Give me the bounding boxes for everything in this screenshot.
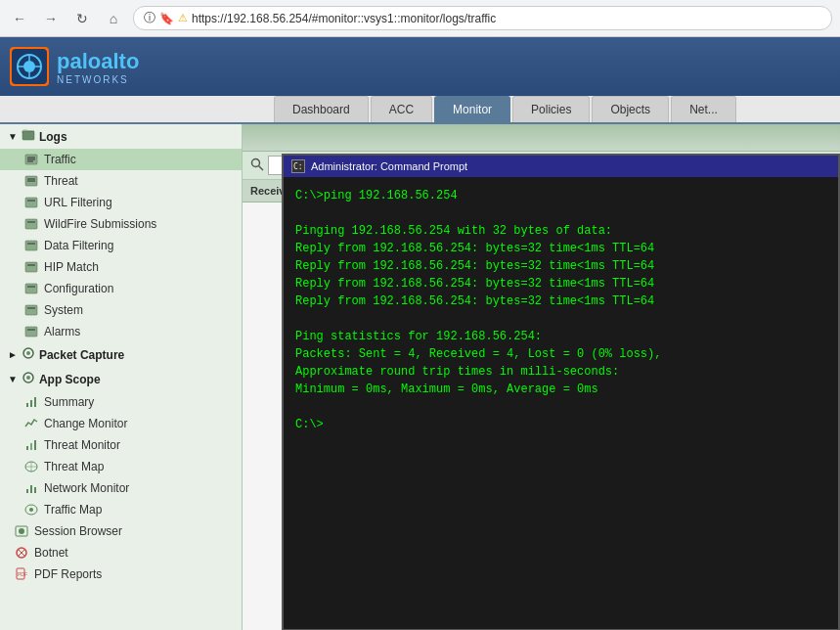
- main-layout: ▼ Logs Traffic Threat URL Filtering: [0, 124, 840, 630]
- command-prompt-window[interactable]: C: Administrator: Command Prompt C:\>pin…: [282, 154, 840, 630]
- top-gradient-bar: [243, 124, 840, 152]
- sidebar-item-configuration[interactable]: Configuration: [0, 278, 242, 299]
- botnet-label: Botnet: [34, 546, 68, 560]
- svg-rect-5: [22, 131, 34, 140]
- change-monitor-label: Change Monitor: [44, 417, 127, 430]
- svg-rect-35: [30, 443, 32, 450]
- summary-icon: [23, 394, 39, 410]
- threat-map-icon: [23, 459, 39, 474]
- sidebar-item-threat[interactable]: Threat: [0, 170, 242, 192]
- configuration-icon: [23, 281, 39, 296]
- svg-text:PDF: PDF: [18, 571, 27, 577]
- data-filtering-icon: [23, 238, 39, 253]
- address-bar[interactable]: ⓘ 🔖 ⚠ https://192.168.56.254/#monitor::v…: [133, 6, 832, 30]
- logo-icon: [10, 47, 49, 86]
- svg-point-44: [29, 508, 33, 512]
- svg-rect-31: [26, 403, 28, 407]
- system-icon: [23, 302, 39, 318]
- app-header: paloalto NETWORKS: [0, 37, 840, 96]
- packet-capture-arrow-icon: ►: [8, 349, 18, 360]
- cmd-title: Administrator: Command Prompt: [311, 160, 467, 172]
- cmd-line-13: [295, 398, 826, 416]
- tab-policies[interactable]: Policies: [512, 96, 590, 122]
- tab-network[interactable]: Net...: [671, 96, 736, 122]
- home-button[interactable]: ⌂: [102, 7, 125, 30]
- pdf-reports-label: PDF Reports: [34, 567, 102, 581]
- sidebar-item-system[interactable]: System: [0, 299, 242, 321]
- sidebar-item-wildfire[interactable]: WildFire Submissions: [0, 213, 242, 235]
- tab-objects[interactable]: Objects: [592, 96, 669, 122]
- svg-rect-21: [25, 284, 37, 293]
- cmd-window-icon: C:: [291, 159, 305, 173]
- svg-rect-25: [25, 327, 37, 337]
- sidebar-item-session-browser[interactable]: Session Browser: [0, 520, 242, 542]
- sidebar-item-threat-map[interactable]: Threat Map: [0, 456, 242, 477]
- sidebar-item-url-filtering[interactable]: URL Filtering: [0, 192, 242, 213]
- app-scope-arrow-icon: ▼: [8, 374, 18, 384]
- brand-name: paloalto: [57, 49, 139, 74]
- url-filtering-label: URL Filtering: [44, 196, 112, 209]
- cmd-line-10: Packets: Sent = 4, Received = 4, Lost = …: [295, 345, 826, 363]
- cmd-titlebar: C: Administrator: Command Prompt: [284, 156, 838, 177]
- cmd-line-1: C:\>ping 192.168.56.254: [295, 187, 826, 204]
- svg-rect-36: [34, 440, 36, 450]
- cmd-line-9: Ping statistics for 192.168.56.254:: [295, 328, 826, 345]
- sidebar-item-traffic[interactable]: Traffic: [0, 149, 242, 170]
- configuration-label: Configuration: [44, 282, 113, 295]
- alarms-label: Alarms: [44, 325, 80, 338]
- session-browser-label: Session Browser: [34, 524, 122, 538]
- svg-rect-32: [30, 400, 32, 407]
- sidebar-section-app-scope[interactable]: ▼ App Scope: [0, 367, 242, 391]
- forward-button[interactable]: →: [39, 7, 63, 30]
- summary-label: Summary: [44, 395, 94, 409]
- cmd-line-6: Reply from 192.168.56.254: bytes=32 time…: [295, 275, 826, 292]
- cmd-line-11: Approximate round trip times in milli-se…: [295, 363, 826, 381]
- logs-label: Logs: [39, 130, 67, 144]
- sidebar-section-logs[interactable]: ▼ Logs: [0, 124, 242, 149]
- sidebar-item-hip-match[interactable]: HIP Match: [0, 256, 242, 278]
- threat-label: Threat: [44, 174, 78, 188]
- info-icon: ⓘ: [144, 10, 155, 26]
- svg-point-28: [26, 351, 30, 355]
- lock-icon: ⚠: [178, 12, 188, 24]
- cmd-line-8: [295, 310, 826, 328]
- traffic-map-icon: [23, 502, 39, 518]
- svg-line-53: [259, 165, 264, 170]
- alarms-icon: [23, 324, 39, 339]
- svg-rect-42: [34, 487, 36, 493]
- sidebar-item-summary[interactable]: Summary: [0, 391, 242, 413]
- cmd-line-4: Reply from 192.168.56.254: bytes=32 time…: [295, 240, 826, 257]
- sidebar-item-pdf-reports[interactable]: PDF PDF Reports: [0, 563, 242, 585]
- url-filtering-icon: [23, 195, 39, 210]
- threat-icon: [23, 173, 39, 189]
- network-monitor-label: Network Monitor: [44, 481, 129, 495]
- sidebar-item-botnet[interactable]: Botnet: [0, 542, 242, 563]
- svg-rect-17: [25, 241, 37, 250]
- sidebar: ▼ Logs Traffic Threat URL Filtering: [0, 124, 243, 630]
- reload-button[interactable]: ↻: [70, 7, 94, 30]
- back-button[interactable]: ←: [8, 7, 31, 30]
- svg-rect-41: [30, 485, 32, 493]
- svg-rect-40: [26, 489, 28, 493]
- sidebar-item-threat-monitor[interactable]: Threat Monitor: [0, 434, 242, 456]
- cmd-line-3: Pinging 192.168.56.254 with 32 bytes of …: [295, 222, 826, 240]
- sidebar-item-network-monitor[interactable]: Network Monitor: [0, 477, 242, 499]
- session-browser-icon: [14, 523, 29, 539]
- app-scope-icon: [22, 371, 35, 387]
- tab-acc[interactable]: ACC: [371, 96, 432, 122]
- filter-search-icon[interactable]: [250, 158, 264, 174]
- threat-monitor-icon: [23, 437, 39, 453]
- system-label: System: [44, 303, 83, 317]
- tab-dashboard[interactable]: Dashboard: [274, 96, 369, 122]
- sidebar-item-alarms[interactable]: Alarms: [0, 321, 242, 342]
- traffic-icon: [23, 152, 39, 167]
- sidebar-item-change-monitor[interactable]: Change Monitor: [0, 413, 242, 434]
- hip-match-icon: [23, 259, 39, 275]
- cmd-line-2: [295, 204, 826, 222]
- sidebar-item-data-filtering[interactable]: Data Filtering: [0, 235, 242, 256]
- pdf-reports-icon: PDF: [14, 566, 29, 582]
- sidebar-item-traffic-map[interactable]: Traffic Map: [0, 499, 242, 520]
- browser-chrome: ← → ↻ ⌂ ⓘ 🔖 ⚠ https://192.168.56.254/#mo…: [0, 0, 840, 37]
- tab-monitor[interactable]: Monitor: [434, 96, 510, 122]
- sidebar-section-packet-capture[interactable]: ► Packet Capture: [0, 342, 242, 367]
